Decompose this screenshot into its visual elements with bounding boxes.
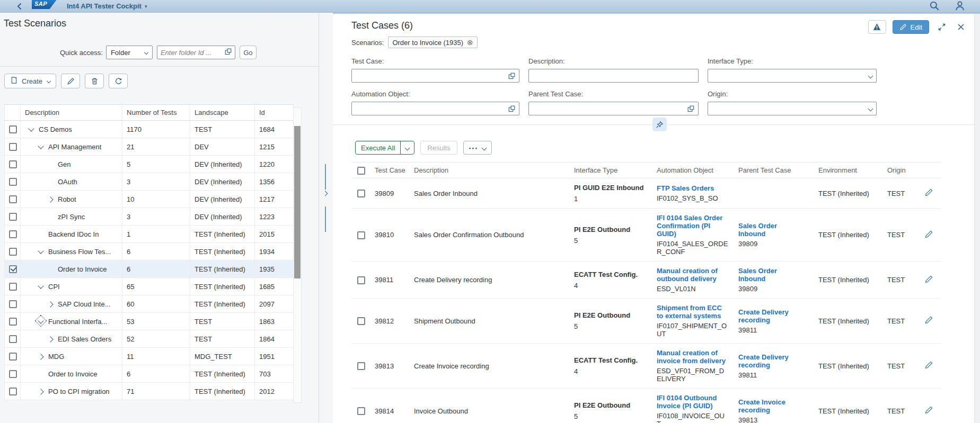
search-icon[interactable] [929,1,940,11]
scenario-row[interactable]: CS Demos1170TEST1684 [5,121,294,138]
column-interface-type[interactable]: Interface Type [570,163,652,178]
filter-input-parent-test-case[interactable] [528,102,699,115]
edit-button[interactable]: Edit [893,20,929,34]
back-icon[interactable] [15,2,24,11]
value-help-icon[interactable] [508,73,515,79]
row-checkbox[interactable] [357,231,365,239]
close-icon[interactable] [955,21,967,33]
test-case-row[interactable]: 39810Sales Order Confirmation OutboundPI… [351,209,941,262]
scenario-row[interactable]: Business Flow Tes...6TEST (Inherited)193… [5,243,294,260]
test-case-row[interactable]: 39812Shipment OutboundPI E2E Outbound5Sh… [351,299,941,344]
scenario-row[interactable]: zPI Sync3DEV (Inherited)1223 [5,208,294,226]
row-checkbox[interactable] [9,125,17,133]
app-title-menu[interactable]: Int4 API Tester Cockpit ▾ [67,2,147,10]
folder-id-input[interactable] [161,49,225,57]
collapse-arrow-icon[interactable] [38,318,43,323]
automation-object-link[interactable]: Shipment from ECC to external systems [657,304,727,320]
test-case-row[interactable]: 39809Sales Order InboundPI GUID E2E Inbo… [351,178,941,209]
row-checkbox[interactable] [9,143,17,151]
filter-input-automation-object[interactable] [351,102,519,115]
scenarios-scrollbar[interactable] [293,107,302,403]
row-checkbox[interactable] [357,190,365,197]
edit-row-button[interactable] [916,389,941,423]
edit-row-button[interactable] [916,262,941,299]
overflow-menu-button[interactable]: ●●● [463,141,492,155]
collapse-arrow-icon[interactable] [38,283,43,289]
edit-row-button[interactable] [916,178,941,209]
test-case-row[interactable]: 39814Invoice OutboundPI E2E Outbound5IFI… [351,389,941,423]
row-checkbox[interactable] [9,195,17,203]
column-description[interactable]: Description [410,163,570,178]
scenario-row[interactable]: Order to Invoice6TEST (Inherited)703 [5,365,294,383]
scenario-row[interactable]: PO to CPI migration71TEST (Inherited)201… [5,383,294,400]
parent-test-case-link[interactable]: Create Invoice recording [738,398,791,414]
scenario-row[interactable]: OAuth3DEV (Inherited)1356 [5,173,294,191]
create-button[interactable]: Create [4,74,56,88]
scenario-row[interactable]: Order to Invoice6TEST (Inherited)1935 [5,260,294,278]
expand-arrow-icon[interactable] [47,301,53,307]
column-parent-test-case[interactable]: Parent Test Case [734,163,814,178]
collapse-arrow-icon[interactable] [38,143,43,149]
scenario-row[interactable]: API Management21DEV1215 [5,138,294,156]
column-id[interactable]: Id [255,105,294,121]
execute-all-button[interactable]: Execute All [355,141,414,155]
panel-splitter[interactable] [319,13,333,423]
value-help-icon[interactable] [508,105,515,112]
column-description[interactable]: Description [21,105,122,121]
row-checkbox[interactable] [9,230,17,238]
parent-test-case-link[interactable]: Create Delivery recording [738,308,791,324]
column-origin[interactable]: Origin [883,163,916,178]
row-checkbox[interactable] [9,388,17,395]
test-case-row[interactable]: 39813Create Invoice recordingECATT Test … [351,344,941,389]
parent-test-case-link[interactable]: Sales Order Inbound [738,267,791,283]
row-checkbox[interactable] [357,407,365,415]
collapse-arrow-icon[interactable] [38,248,43,254]
scrollbar-thumb[interactable] [294,126,301,278]
parent-test-case-link[interactable]: Create Delivery recording [738,353,791,369]
scenario-token[interactable]: Order to Invoice (1935) ⊗ [388,37,477,48]
scenario-row[interactable]: Robot10DEV (Inherited)1217 [5,191,294,208]
value-help-icon[interactable] [225,48,232,57]
expand-arrow-icon[interactable] [47,196,53,202]
edit-row-button[interactable] [916,299,941,344]
edit-row-button[interactable] [916,209,941,262]
automation-object-link[interactable]: IFI 0104 Sales Order Confirmation (PI GU… [657,214,727,238]
row-checkbox[interactable] [9,265,17,273]
results-button[interactable]: Results [420,141,457,155]
row-checkbox[interactable] [9,370,17,378]
scenario-row[interactable]: MDG11MDG_TEST1951 [5,348,294,365]
filter-select-interface-type[interactable] [708,69,877,83]
pin-filter-bar-button[interactable] [652,118,667,131]
alerts-button[interactable] [868,20,886,34]
row-checkbox[interactable] [357,317,365,325]
select-all-checkbox[interactable] [357,167,365,175]
expand-panel-icon[interactable] [323,191,328,196]
scenario-row[interactable]: Functional Interfa...53TEST1863 [5,313,294,330]
remove-token-icon[interactable]: ⊗ [467,39,473,46]
scenario-row[interactable]: EDI Sales Orders52TEST1864 [5,330,294,348]
scenario-row[interactable]: Gen5DEV (Inherited)1220 [5,156,294,173]
scenario-row[interactable]: Backend IDoc In1TEST (Inherited)2015 [5,226,294,243]
edit-scenario-button[interactable] [61,74,80,88]
parent-test-case-link[interactable]: Sales Order Inbound [738,222,791,238]
test-case-row[interactable]: 39811Create Delivery recordingECATT Test… [351,262,941,299]
execute-all-menu-arrow[interactable] [400,141,414,154]
row-checkbox[interactable] [9,283,17,291]
filter-select-origin[interactable] [708,102,877,115]
automation-object-link[interactable]: Manual creation of outbound delivery [657,267,727,283]
row-checkbox[interactable] [9,213,17,221]
vertical-scrollbar[interactable] [974,14,980,423]
row-checkbox[interactable] [9,335,17,343]
row-checkbox[interactable] [9,318,17,326]
refresh-button[interactable] [109,74,128,88]
row-checkbox[interactable] [9,300,17,308]
column-test-case[interactable]: Test Case [370,163,410,178]
automation-object-link[interactable]: IFI 0104 Outbound Invoice (PI GUID) [657,394,727,410]
row-checkbox[interactable] [9,353,17,361]
quick-access-type-select[interactable]: Folder [106,46,153,59]
user-icon[interactable] [955,1,965,11]
filter-input-test-case[interactable] [351,69,519,83]
scenario-row[interactable]: SAP Cloud Inte...60TEST (Inherited)2097 [5,295,294,313]
row-checkbox[interactable] [357,276,365,284]
go-button[interactable]: Go [240,46,257,59]
